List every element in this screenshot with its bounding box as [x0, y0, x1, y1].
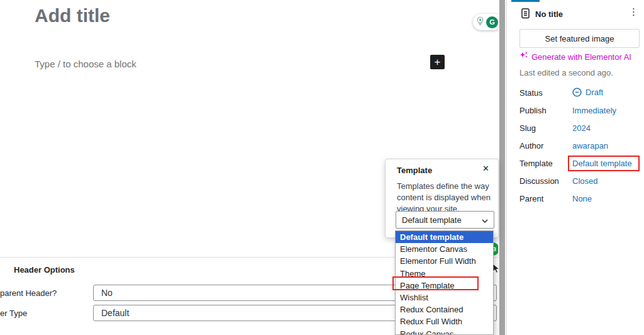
- header-type-label: er Type: [0, 309, 27, 318]
- generate-with-elementor-ai-link[interactable]: Generate with Elementor AI: [519, 52, 631, 62]
- last-edited-text: Last edited a second ago.: [519, 68, 613, 77]
- template-option-redux-canvas[interactable]: Redux Canvas: [396, 328, 493, 335]
- template-option-redux-contained[interactable]: Redux Contained: [396, 304, 493, 315]
- parent-label: Parent: [519, 194, 543, 203]
- header-type-value: Default: [101, 308, 129, 318]
- scrollbar-thumb[interactable]: [499, 0, 505, 335]
- block-inserter-button[interactable]: +: [430, 55, 445, 69]
- popover-title: Template: [397, 166, 432, 175]
- transparent-header-value: No: [101, 288, 113, 298]
- lightbulb-suggestion-icon[interactable]: [475, 16, 486, 29]
- annotation-box-page-template: [392, 276, 479, 290]
- template-popover: Template ✕ Templates define the way cont…: [385, 159, 499, 238]
- panel-title: No title: [535, 9, 563, 19]
- parent-value[interactable]: None: [572, 194, 592, 203]
- publish-value[interactable]: Immediately: [572, 106, 616, 115]
- chevron-down-icon: [482, 214, 488, 225]
- template-select-value: Default template: [402, 215, 482, 225]
- block-placeholder[interactable]: Type / to choose a block: [35, 59, 136, 69]
- sparkles-icon: [519, 52, 528, 62]
- author-label: Author: [519, 141, 543, 150]
- discussion-value[interactable]: Closed: [572, 176, 597, 186]
- popover-description: Templates define the way content is disp…: [397, 181, 492, 215]
- draft-status-icon: [572, 88, 582, 97]
- header-options-title: Header Options: [14, 265, 75, 275]
- grammarly-icon[interactable]: G: [486, 16, 498, 28]
- document-icon: [520, 8, 531, 22]
- slug-value[interactable]: 2024: [572, 123, 591, 133]
- active-tab-indicator: [511, 0, 540, 2]
- discussion-label: Discussion: [519, 176, 559, 186]
- template-select[interactable]: Default template: [396, 211, 494, 229]
- template-option-redux-full-width[interactable]: Redux Full Width: [396, 315, 493, 327]
- transparent-header-label: parent Header?: [0, 288, 57, 298]
- generate-ai-label: Generate with Elementor AI: [531, 52, 631, 62]
- template-option-elementor-full-width[interactable]: Elementor Full Width: [396, 255, 493, 267]
- options-menu-icon[interactable]: ⋮: [629, 6, 638, 18]
- publish-label: Publish: [519, 106, 547, 115]
- template-option-wishlist[interactable]: Wishlist: [396, 292, 493, 304]
- mouse-cursor: [492, 264, 500, 276]
- author-value[interactable]: awarapan: [572, 141, 608, 150]
- annotation-box-default-template: [568, 156, 640, 171]
- main-scrollbar[interactable]: [498, 0, 506, 335]
- template-label: Template: [519, 159, 553, 168]
- set-featured-image-button[interactable]: Set featured image: [519, 29, 640, 48]
- title-input[interactable]: Add title: [35, 5, 110, 26]
- template-option-elementor-canvas[interactable]: Elementor Canvas: [396, 243, 493, 255]
- status-label: Status: [519, 88, 543, 98]
- slug-label: Slug: [519, 123, 536, 133]
- status-value[interactable]: Draft: [572, 88, 603, 97]
- template-option-default-template[interactable]: Default template: [396, 231, 493, 243]
- close-icon[interactable]: ✕: [482, 164, 489, 173]
